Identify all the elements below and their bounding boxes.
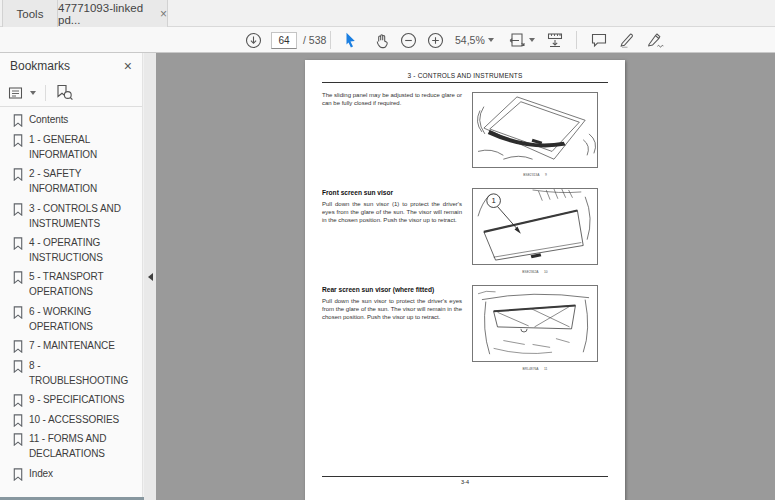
page-width-icon (546, 31, 564, 49)
zoom-in-button[interactable] (427, 27, 444, 53)
tab-document[interactable]: 47771093-linked pd... × (58, 0, 168, 27)
page-width-button[interactable] (546, 27, 564, 53)
figure-number: 9 (545, 173, 547, 176)
bookmark-label: 7 - MAINTENANCE (29, 339, 141, 354)
select-tool-button[interactable] (342, 27, 359, 53)
figure-caption: BSE2313A 9 (500, 173, 569, 176)
bookmark-icon (11, 236, 25, 250)
find-current-bookmark-icon[interactable] (55, 84, 74, 101)
bookmark-item-controls-and-instruments[interactable]: 3 - CONTROLS AND INSTRUMENTS (0, 199, 142, 233)
highlighter-pencil-icon (618, 31, 636, 49)
bookmark-icon (11, 413, 25, 427)
bookmark-item-transport-operations[interactable]: 5 - TRANSPORT OPERATIONS (0, 268, 142, 302)
fit-page-caret[interactable] (529, 27, 535, 53)
zoom-out-button[interactable] (400, 27, 417, 53)
bookmark-label: 5 - TRANSPORT OPERATIONS (29, 270, 141, 300)
download-button[interactable] (245, 27, 262, 53)
rear-visor-paragraph: Pull down the sun visor to protect the d… (322, 298, 462, 322)
page-number-input[interactable] (271, 32, 297, 49)
zoom-dropdown-caret[interactable] (488, 27, 494, 53)
bookmark-item-general-information[interactable]: 1 - GENERAL INFORMATION (0, 131, 142, 165)
main-toolbar: / 538 54,5% (0, 27, 775, 53)
select-cursor-icon (342, 32, 359, 49)
bookmark-item-index[interactable]: Index (0, 464, 142, 484)
bookmark-item-working-operations[interactable]: 6 - WORKING OPERATIONS (0, 302, 142, 336)
bookmark-icon (11, 467, 25, 481)
hand-tool-icon (374, 32, 391, 49)
page-total-label: / 538 (303, 34, 326, 46)
comment-bubble-icon (590, 31, 608, 49)
fit-page-button[interactable] (508, 27, 526, 53)
bookmark-icon (11, 113, 25, 127)
fit-page-icon (508, 31, 526, 49)
bookmark-options-icon[interactable] (8, 85, 24, 101)
figure-number: 11 (544, 367, 547, 370)
comment-button[interactable] (590, 27, 608, 53)
panel-collapse-strip[interactable] (144, 53, 156, 500)
document-viewer[interactable]: 3 - CONTROLS AND INSTRUMENTS The sliding… (156, 53, 775, 500)
divider (45, 85, 46, 101)
zoom-level-dropdown[interactable]: 54,5% (455, 27, 485, 53)
figure-roof-panel (472, 92, 598, 168)
bookmarks-toolbar (0, 79, 142, 107)
bookmark-item-accessories[interactable]: 10 - ACCESSORIES (0, 410, 142, 430)
bookmark-item-contents[interactable]: Contents (0, 111, 142, 131)
bookmark-icon (11, 359, 25, 373)
toolbar-divider (576, 31, 577, 49)
main-area: Bookmarks × Cont (0, 53, 775, 500)
footer-rule (322, 476, 608, 477)
tab-close-icon[interactable]: × (160, 9, 167, 19)
bookmark-icon (11, 270, 25, 284)
bookmark-icon (11, 393, 25, 407)
bookmark-label: 4 - OPERATING INSTRUCTIONS (29, 236, 141, 266)
page-header: 3 - CONTROLS AND INSTRUMENTS (322, 72, 608, 79)
bookmark-item-safety-information[interactable]: 2 - SAFETY INFORMATION (0, 165, 142, 199)
bookmark-icon (11, 339, 25, 353)
bookmark-item-specifications[interactable]: 9 - SPECIFICATIONS (0, 391, 142, 411)
chevron-down-icon (488, 38, 494, 42)
bookmark-item-forms-and-declarations[interactable]: 11 - FORMS AND DECLARATIONS (0, 430, 142, 464)
tab-bar: Tools 47771093-linked pd... × (0, 0, 775, 27)
bookmark-label: 2 - SAFETY INFORMATION (29, 167, 141, 197)
figure-code: BRL4876A (523, 367, 539, 370)
bookmark-label: 9 - SPECIFICATIONS (29, 393, 141, 408)
bookmark-icon (11, 432, 25, 446)
page-number: 3-4 (322, 479, 608, 485)
fill-sign-button[interactable] (646, 27, 665, 53)
section-heading-rear-visor: Rear screen sun visor (where fitted) (322, 286, 462, 293)
section-heading-front-visor: Front screen sun visor (322, 189, 462, 196)
chevron-down-icon[interactable] (30, 91, 36, 95)
bookmark-label: 10 - ACCESSORIES (29, 413, 141, 428)
figure-code: BSE2313A (523, 173, 539, 176)
zoom-out-icon (400, 32, 417, 49)
bookmark-item-operating-instructions[interactable]: 4 - OPERATING INSTRUCTIONS (0, 234, 142, 268)
figure-code: BSE2362A (522, 270, 538, 273)
bookmark-icon (11, 133, 25, 147)
content-row-rear-visor: Rear screen sun visor (where fitted) Pul… (322, 285, 608, 373)
header-rule (322, 82, 608, 83)
bookmarks-header: Bookmarks × (0, 53, 142, 79)
front-visor-paragraph: Pull down the sun visor (1) to protect t… (322, 201, 462, 225)
bookmark-icon (11, 202, 25, 216)
callout-number: 1 (491, 196, 495, 205)
bookmark-icon (11, 305, 25, 319)
figure-front-visor: 1 (472, 188, 598, 265)
intro-paragraph: The sliding panel may be adjusted to red… (322, 92, 462, 108)
pdf-page: 3 - CONTROLS AND INSTRUMENTS The sliding… (305, 60, 625, 500)
bookmark-item-maintenance[interactable]: 7 - MAINTENANCE (0, 337, 142, 357)
bookmark-item-troubleshooting[interactable]: 8 - TROUBLESHOOTING (0, 356, 142, 390)
bookmarks-close-icon[interactable]: × (124, 58, 132, 74)
highlight-button[interactable] (618, 27, 636, 53)
content-row-front-visor: Front screen sun visor Pull down the sun… (322, 188, 608, 276)
figure-caption: BSE2362A 10 (500, 270, 569, 273)
fill-sign-pen-icon (646, 31, 665, 49)
toolbar-divider (330, 31, 331, 49)
tab-tools-label: Tools (17, 8, 44, 20)
download-icon (245, 32, 262, 49)
bookmark-label: Contents (29, 113, 141, 128)
bookmarks-title: Bookmarks (10, 59, 70, 73)
bookmark-label: 6 - WORKING OPERATIONS (29, 305, 141, 335)
hand-tool-button[interactable] (374, 27, 391, 53)
tab-tools[interactable]: Tools (2, 0, 58, 27)
figure-caption: BRL4876A 11 (500, 367, 569, 370)
